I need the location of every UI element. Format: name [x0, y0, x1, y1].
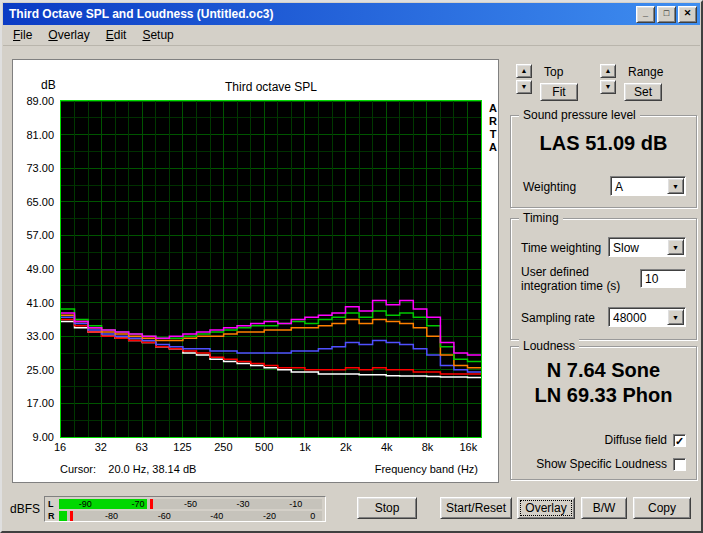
- range-spin-down-icon[interactable]: ▼: [600, 80, 616, 94]
- x-tick-label: 125: [173, 441, 191, 453]
- integration-time-label: User defined integration time (s): [521, 265, 620, 293]
- sampling-rate-select[interactable]: 48000 ▼: [608, 307, 686, 327]
- level-meter: L-90-70-50-30-10R-80-60-40-200: [44, 496, 326, 522]
- y-tick-label: 65.00: [26, 196, 54, 208]
- range-spin-up-icon[interactable]: ▲: [600, 64, 616, 78]
- specific-loudness-checkbox[interactable]: [673, 458, 686, 471]
- y-tick-label: 17.00: [26, 397, 54, 409]
- timing-groupbox: Timing Time weighting Slow ▼ User define…: [510, 218, 697, 340]
- x-axis-label: Frequency band (Hz): [375, 463, 478, 475]
- x-tick-label: 1k: [299, 441, 311, 453]
- loudness-phon-reading: LN 69.33 Phon: [511, 384, 696, 407]
- meter-unit-label: dBFS: [10, 502, 40, 516]
- maximize-icon[interactable]: □: [657, 6, 676, 23]
- meter-channel-l: L-90-70-50-30-10: [47, 499, 322, 509]
- start-reset-button[interactable]: Start/Reset: [440, 497, 512, 519]
- time-weighting-select[interactable]: Slow ▼: [608, 237, 686, 257]
- y-axis-unit-label: dB: [41, 78, 56, 92]
- menu-overlay[interactable]: Overlay: [40, 26, 97, 44]
- top-spin-up-icon[interactable]: ▲: [516, 64, 532, 78]
- specific-loudness-row: Show Specific Loudness: [536, 457, 686, 471]
- sampling-rate-value: 48000: [613, 311, 646, 325]
- copy-button[interactable]: Copy: [633, 497, 691, 519]
- integration-time-input[interactable]: 10: [640, 269, 686, 288]
- x-tick-label: 2k: [340, 441, 352, 453]
- x-tick-label: 16k: [460, 441, 478, 453]
- weighting-label: Weighting: [523, 180, 576, 194]
- chevron-down-icon[interactable]: ▼: [667, 178, 684, 194]
- top-label: Top: [544, 65, 563, 79]
- meter-channel-r: R-80-60-40-200: [47, 511, 322, 521]
- chevron-down-icon[interactable]: ▼: [667, 309, 684, 325]
- diffuse-field-label: Diffuse field: [605, 433, 667, 447]
- overlay-button[interactable]: Overlay: [517, 497, 575, 519]
- arta-watermark: ARTA: [486, 102, 500, 154]
- top-spin-down-icon[interactable]: ▼: [516, 80, 532, 94]
- loudness-sone-reading: N 7.64 Sone: [511, 359, 696, 382]
- spectrum-plot[interactable]: [60, 100, 482, 438]
- weighting-select[interactable]: A ▼: [610, 176, 686, 196]
- x-tick-label: 4k: [381, 441, 393, 453]
- x-tick-label: 63: [136, 441, 148, 453]
- y-tick-label: 33.00: [26, 330, 54, 342]
- cursor-readout: Cursor: 20.0 Hz, 38.14 dB: [60, 463, 196, 475]
- x-tick-label: 250: [214, 441, 232, 453]
- y-axis-ticks: 89.0081.0073.0065.0057.0049.0041.0033.00…: [13, 100, 57, 438]
- set-button[interactable]: Set: [624, 83, 662, 101]
- y-tick-label: 89.00: [26, 95, 54, 107]
- titlebar[interactable]: Third Octave SPL and Loudness (Untitled.…: [3, 3, 700, 25]
- bw-button[interactable]: B/W: [581, 497, 627, 519]
- weighting-value: A: [615, 180, 623, 194]
- specific-loudness-label: Show Specific Loudness: [536, 457, 667, 471]
- spl-reading: LAS 51.09 dB: [511, 132, 696, 155]
- diffuse-field-row: Diffuse field ✓: [605, 433, 686, 447]
- sampling-rate-label: Sampling rate: [521, 311, 595, 325]
- y-tick-label: 57.00: [26, 229, 54, 241]
- diffuse-field-checkbox[interactable]: ✓: [673, 434, 686, 447]
- y-tick-label: 9.00: [33, 431, 54, 443]
- spl-group-legend: Sound pressure level: [519, 108, 640, 122]
- window-title: Third Octave SPL and Loudness (Untitled.…: [9, 7, 273, 21]
- x-tick-label: 16: [54, 441, 66, 453]
- y-tick-label: 73.00: [26, 162, 54, 174]
- x-axis-ticks: 1632631252505001k2k4k8k16k: [60, 441, 482, 455]
- spectrum-chart: [61, 101, 481, 437]
- loudness-groupbox: Loudness N 7.64 Sone LN 69.33 Phon Diffu…: [510, 346, 697, 480]
- fit-button[interactable]: Fit: [540, 83, 578, 101]
- y-tick-label: 25.00: [26, 364, 54, 376]
- spl-groupbox: Sound pressure level LAS 51.09 dB Weight…: [510, 115, 697, 208]
- range-label: Range: [628, 65, 663, 79]
- app-window: Third Octave SPL and Loudness (Untitled.…: [0, 0, 703, 533]
- loudness-group-legend: Loudness: [519, 339, 579, 353]
- x-tick-label: 8k: [422, 441, 434, 453]
- menu-edit[interactable]: Edit: [98, 26, 135, 44]
- minimize-icon[interactable]: _: [636, 6, 655, 23]
- x-tick-label: 32: [95, 441, 107, 453]
- time-weighting-value: Slow: [613, 241, 639, 255]
- y-tick-label: 49.00: [26, 263, 54, 275]
- plot-panel: dB Third octave SPL 89.0081.0073.0065.00…: [12, 59, 499, 483]
- chevron-down-icon[interactable]: ▼: [667, 239, 684, 255]
- menu-file[interactable]: File: [5, 26, 40, 44]
- x-tick-label: 500: [255, 441, 273, 453]
- y-tick-label: 81.00: [26, 129, 54, 141]
- stop-button[interactable]: Stop: [357, 497, 417, 519]
- menubar: File Overlay Edit Setup: [3, 25, 700, 46]
- close-icon[interactable]: ✕: [678, 6, 697, 23]
- y-tick-label: 41.00: [26, 297, 54, 309]
- time-weighting-label: Time weighting: [521, 241, 601, 255]
- menu-setup[interactable]: Setup: [134, 26, 181, 44]
- plot-title: Third octave SPL: [60, 80, 482, 94]
- timing-group-legend: Timing: [519, 211, 563, 225]
